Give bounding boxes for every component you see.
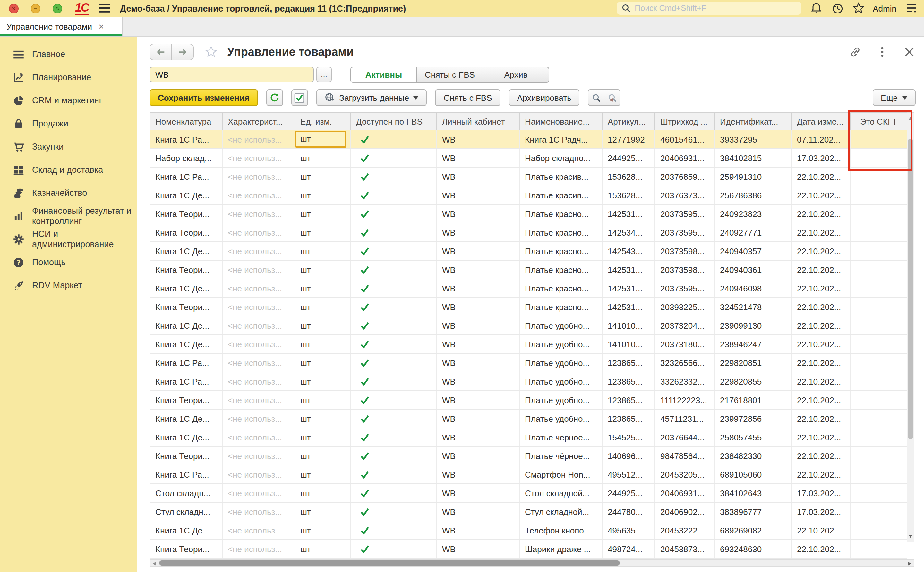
kebab-menu-icon[interactable]: [876, 45, 889, 58]
table-cell[interactable]: Платье красно...: [519, 223, 602, 242]
table-cell[interactable]: WB: [437, 446, 519, 465]
table-cell[interactable]: Телефон кнопо...: [519, 521, 602, 539]
table-cell[interactable]: WB: [437, 260, 519, 279]
scroll-up-arrow-icon[interactable]: [908, 117, 912, 120]
table-cell[interactable]: 20373204...: [655, 316, 715, 335]
table-cell[interactable]: Платье красно...: [519, 279, 602, 298]
table-cell[interactable]: Книга Теори...: [150, 298, 222, 316]
table-cell[interactable]: WB: [437, 186, 519, 204]
table-cell[interactable]: [351, 521, 437, 539]
remove-from-fbs-button[interactable]: Снять с FBS: [436, 89, 501, 106]
table-cell[interactable]: Набор склад...: [150, 149, 222, 167]
table-cell[interactable]: <не использ...: [222, 298, 295, 316]
table-cell[interactable]: 22.10.202...: [792, 428, 851, 446]
table-cell[interactable]: WB: [437, 428, 519, 446]
table-cell[interactable]: 689105060: [715, 465, 792, 484]
table-row[interactable]: Книга 1С Де...<не использ...штWBПлатье к…: [150, 186, 907, 204]
table-cell[interactable]: 22.10.202...: [792, 186, 851, 204]
table-cell[interactable]: [851, 409, 907, 428]
sidebar-item-warehouse[interactable]: Склад и доставка: [0, 159, 137, 182]
table-cell[interactable]: 217618801: [715, 391, 792, 409]
table-cell[interactable]: Платье чёрное...: [519, 446, 602, 465]
table-cell[interactable]: шт: [295, 521, 351, 539]
table-row[interactable]: Книга 1С Де...<не использ...штWBПлатье у…: [150, 335, 907, 353]
table-cell[interactable]: [351, 465, 437, 484]
table-cell[interactable]: <не использ...: [222, 502, 295, 521]
table-cell[interactable]: Стол складн...: [150, 484, 222, 502]
table-cell[interactable]: WB: [437, 521, 519, 539]
table-cell[interactable]: WB: [437, 335, 519, 353]
table-cell[interactable]: 22.10.202...: [792, 446, 851, 465]
table-cell[interactable]: WB: [437, 167, 519, 186]
table-cell[interactable]: WB: [437, 279, 519, 298]
table-cell[interactable]: [351, 242, 437, 260]
table-cell[interactable]: [351, 353, 437, 372]
table-cell[interactable]: Платье удобно...: [519, 391, 602, 409]
table-cell[interactable]: WB: [437, 204, 519, 223]
segment-removed-fbs[interactable]: Сняты с FBS: [416, 67, 483, 82]
table-cell[interactable]: Смартфон Hon...: [519, 465, 602, 484]
table-cell[interactable]: [851, 223, 907, 242]
table-cell[interactable]: Книга 1С Ра...: [150, 130, 222, 149]
table-cell[interactable]: 20376644...: [655, 428, 715, 446]
table-cell[interactable]: 259491310: [715, 167, 792, 186]
table-cell[interactable]: 20376859...: [655, 167, 715, 186]
table-cell[interactable]: 22.10.202...: [792, 279, 851, 298]
column-header[interactable]: Дата изме...: [792, 113, 851, 130]
table-cell[interactable]: 98478564...: [655, 446, 715, 465]
table-cell[interactable]: 17.03.202...: [792, 484, 851, 502]
table-cell[interactable]: 22.10.202...: [792, 372, 851, 391]
table-cell[interactable]: 383896777: [715, 502, 792, 521]
table-cell[interactable]: шт: [295, 539, 351, 558]
sidebar-item-planning[interactable]: Планирование: [0, 66, 137, 89]
table-cell[interactable]: 22.10.202...: [792, 391, 851, 409]
table-cell[interactable]: [851, 242, 907, 260]
table-cell[interactable]: шт: [295, 465, 351, 484]
table-cell[interactable]: Платье красно...: [519, 242, 602, 260]
table-cell[interactable]: шт: [295, 335, 351, 353]
table-search-button[interactable]: [588, 89, 605, 106]
table-cell[interactable]: Платье красив...: [519, 167, 602, 186]
sidebar-item-treasury[interactable]: Казначейство: [0, 182, 137, 205]
table-cell[interactable]: 46015461...: [655, 130, 715, 149]
table-cell[interactable]: <не использ...: [222, 521, 295, 539]
table-cell[interactable]: WB: [437, 298, 519, 316]
table-cell[interactable]: 495635...: [602, 521, 655, 539]
sidebar-item-crm[interactable]: CRM и маркетинг: [0, 89, 137, 112]
table-cell[interactable]: 689269082: [715, 521, 792, 539]
table-cell[interactable]: Книга Теори...: [150, 223, 222, 242]
table-cell[interactable]: [351, 502, 437, 521]
table-row[interactable]: Книга Теори...<не использ...штWBШарики д…: [150, 539, 907, 558]
table-cell[interactable]: WB: [437, 149, 519, 167]
table-cell[interactable]: <не использ...: [222, 484, 295, 502]
table-cell[interactable]: Шарики драже ...: [519, 539, 602, 558]
column-header[interactable]: Ед. изм.: [295, 113, 351, 130]
table-cell[interactable]: Книга 1С Ра...: [150, 167, 222, 186]
table-cell[interactable]: [851, 353, 907, 372]
table-cell[interactable]: шт: [295, 372, 351, 391]
table-cell[interactable]: [351, 204, 437, 223]
table-cell[interactable]: 153628...: [602, 186, 655, 204]
table-cell[interactable]: 244925...: [602, 484, 655, 502]
table-cell[interactable]: <не использ...: [222, 353, 295, 372]
segment-active[interactable]: Активны: [350, 67, 417, 82]
table-cell[interactable]: 240923823: [715, 204, 792, 223]
table-cell[interactable]: шт: [295, 130, 351, 149]
table-cell[interactable]: <не использ...: [222, 391, 295, 409]
table-cell[interactable]: Стул складн...: [150, 502, 222, 521]
table-cell[interactable]: Книга 1С Де...: [150, 428, 222, 446]
table-cell[interactable]: 12771992: [602, 130, 655, 149]
column-header[interactable]: Штрихкод ...: [655, 113, 715, 130]
table-cell[interactable]: 22.10.202...: [792, 353, 851, 372]
window-zoom-button[interactable]: [53, 3, 62, 13]
vertical-scroll-thumb[interactable]: [908, 139, 913, 439]
table-cell[interactable]: 32326566...: [655, 353, 715, 372]
table-cell[interactable]: 240940361: [715, 260, 792, 279]
table-cell[interactable]: [851, 502, 907, 521]
column-header[interactable]: Идентификат...: [715, 113, 792, 130]
table-cell[interactable]: 22.10.202...: [792, 167, 851, 186]
table-cell[interactable]: <не использ...: [222, 242, 295, 260]
table-cell[interactable]: Стол складной...: [519, 484, 602, 502]
scroll-right-arrow-icon[interactable]: [908, 561, 911, 565]
table-cell[interactable]: [351, 149, 437, 167]
